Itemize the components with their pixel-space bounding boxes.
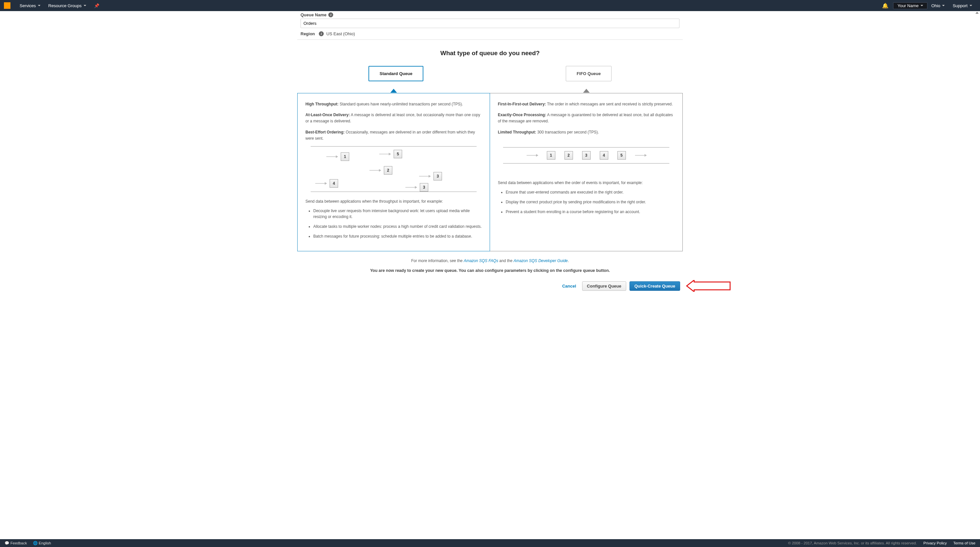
top-nav: Services Resource Groups 📌 🔔 Your Name O… (0, 0, 980, 11)
region-label: Region (301, 31, 315, 36)
info-icon[interactable]: i (328, 13, 333, 17)
sqs-dev-guide-link[interactable]: Amazon SQS Developer Guide (514, 258, 568, 263)
services-menu[interactable]: Services (16, 3, 45, 8)
resource-groups-menu[interactable]: Resource Groups (45, 3, 90, 8)
fifo-queue-panel: First-In-First-out Delivery: The order i… (490, 93, 683, 251)
standard-use-cases-list: Decouple live user requests from intensi… (305, 208, 482, 239)
footer-info: For more information, see the Amazon SQS… (297, 258, 683, 263)
page-title: What type of queue do you need? (297, 50, 683, 57)
fifo-diagram: 1 2 3 4 5 (503, 147, 669, 163)
queue-name-input[interactable] (301, 19, 679, 28)
ready-message: You are now ready to create your new que… (297, 268, 683, 273)
region-menu[interactable]: Ohio (928, 3, 949, 8)
chevron-down-icon (38, 5, 40, 6)
pin-icon[interactable]: 📌 (90, 3, 103, 8)
chevron-down-icon (970, 5, 972, 6)
account-menu[interactable]: Your Name (893, 2, 928, 9)
pointer-icon (583, 89, 590, 93)
region-row: Region i US East (Ohio) (297, 28, 683, 40)
chevron-down-icon (942, 5, 945, 6)
quick-create-queue-button[interactable]: Quick-Create Queue (630, 281, 680, 291)
standard-queue-button[interactable]: Standard Queue (369, 66, 423, 81)
support-menu[interactable]: Support (949, 3, 976, 8)
chevron-down-icon (84, 5, 86, 6)
annotation-arrow-icon (686, 280, 732, 292)
selected-pointer-icon (390, 89, 397, 93)
notifications-icon[interactable]: 🔔 (877, 3, 893, 9)
configure-queue-button[interactable]: Configure Queue (582, 281, 626, 291)
fifo-use-cases-list: Ensure that user-entered commands are ex… (498, 189, 675, 215)
info-icon[interactable]: i (319, 31, 324, 36)
aws-logo-icon[interactable] (4, 2, 10, 9)
region-value: US East (Ohio) (326, 31, 355, 36)
queue-name-label: Queue Name i (297, 13, 683, 19)
sqs-faqs-link[interactable]: Amazon SQS FAQs (463, 258, 498, 263)
scroll-up-indicator (975, 12, 979, 16)
standard-diagram: 1 5 2 3 4 3 (311, 146, 477, 192)
action-buttons: Cancel Configure Queue Quick-Create Queu… (297, 281, 683, 291)
standard-queue-panel: High Throughput: Standard queues have ne… (297, 93, 490, 251)
chevron-down-icon (921, 5, 923, 6)
cancel-button[interactable]: Cancel (562, 284, 576, 289)
fifo-queue-button[interactable]: FIFO Queue (566, 66, 611, 81)
